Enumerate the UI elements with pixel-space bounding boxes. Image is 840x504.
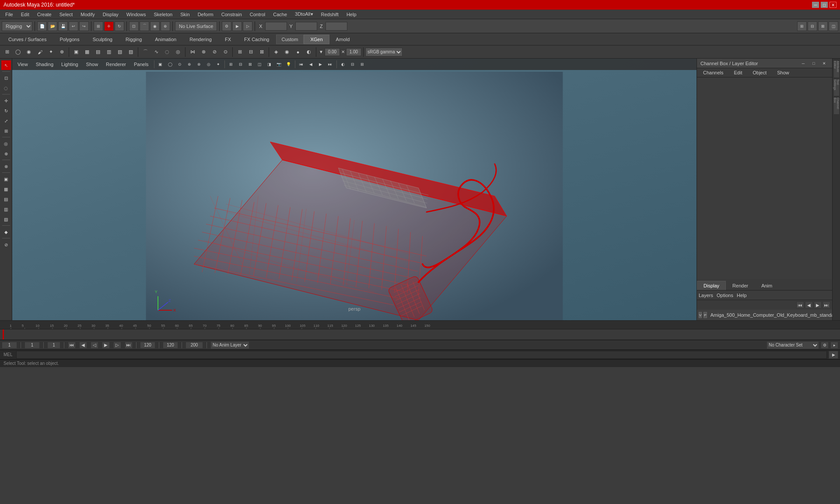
tab-polygons[interactable]: Polygons xyxy=(53,35,86,44)
tool-paint[interactable]: 🖌 xyxy=(35,47,45,57)
y-input[interactable] xyxy=(295,22,317,31)
move-tool-button[interactable]: ✛ xyxy=(1,96,11,105)
mel-input[interactable] xyxy=(16,351,827,359)
new-file-button[interactable]: 📄 xyxy=(37,21,47,31)
rotate-tool-button[interactable]: ↻ xyxy=(1,106,11,116)
menu-control[interactable]: Control xyxy=(246,11,269,18)
redo-button[interactable]: ↪ xyxy=(79,21,89,31)
current-frame-input[interactable] xyxy=(2,342,17,349)
close-button[interactable]: ✕ xyxy=(830,2,836,8)
tab-object[interactable]: Object xyxy=(748,69,771,76)
vp-tool1[interactable]: ▣ xyxy=(156,60,165,69)
menu-constrain[interactable]: Constrain xyxy=(218,11,245,18)
attribute-spread-button[interactable]: ▤ xyxy=(1,194,11,204)
tool-display-mode[interactable]: ⊞ xyxy=(2,47,12,57)
vp-menu-renderer[interactable]: Renderer xyxy=(102,61,130,68)
z-input[interactable] xyxy=(326,22,347,31)
tab-arnold[interactable]: Arnold xyxy=(329,35,357,44)
tool-edit[interactable]: ✦ xyxy=(46,47,56,57)
tab-channels[interactable]: Channels xyxy=(699,69,728,76)
lasso-select-button[interactable]: ⊡ xyxy=(1,73,11,83)
vp-menu-view[interactable]: View xyxy=(14,61,32,68)
layer-nav-first[interactable]: ⏮ xyxy=(796,301,804,308)
gamma-select[interactable]: sRGB gamma xyxy=(365,48,402,56)
play-fwd-btn[interactable]: ▶ xyxy=(102,342,110,349)
snap-curve-button[interactable]: ⌒ xyxy=(140,21,149,31)
vp-layout4[interactable]: ◫ xyxy=(256,60,264,69)
tool-curve2[interactable]: ∿ xyxy=(151,47,161,57)
vp-anim3[interactable]: ▶ xyxy=(316,60,325,69)
char-set-select[interactable]: No Character Set xyxy=(766,341,819,349)
vp-tool6[interactable]: ◎ xyxy=(204,60,213,69)
tool-settings-strip-btn[interactable]: Tool Settings xyxy=(833,79,840,96)
options-menu[interactable]: Options xyxy=(717,293,733,298)
layer-nav-next[interactable]: ▶ xyxy=(814,301,822,308)
cb-float-btn[interactable]: □ xyxy=(809,59,818,68)
snap-grid-button[interactable]: ⊡ xyxy=(129,21,139,31)
snap-point-button[interactable]: ⊕ xyxy=(161,21,170,31)
tool-joint1[interactable]: ⋈ xyxy=(187,47,198,57)
tab-rigging[interactable]: Rigging xyxy=(119,35,148,44)
tool-mode3[interactable]: ⊠ xyxy=(256,47,267,57)
anim-layer-select[interactable]: No Anim Layer xyxy=(210,341,249,349)
timeline-track[interactable] xyxy=(0,329,840,340)
menu-skin[interactable]: Skin xyxy=(177,11,193,18)
menu-windows[interactable]: Windows xyxy=(123,11,150,18)
menu-create[interactable]: Create xyxy=(34,11,55,18)
vp-focus[interactable]: ⊟ xyxy=(348,60,357,69)
vp-camera[interactable]: 📷 xyxy=(275,60,284,69)
vp-tool2[interactable]: ◯ xyxy=(166,60,175,69)
snap-surface-button[interactable]: ◉ xyxy=(150,21,160,31)
tab-animation[interactable]: Animation xyxy=(148,35,183,44)
layout-btn3[interactable]: ⊠ xyxy=(818,21,828,31)
menu-help[interactable]: Help xyxy=(343,11,360,18)
layout-btn1[interactable]: ⊞ xyxy=(797,21,807,31)
char-set-settings-btn[interactable]: ⚙ xyxy=(821,342,829,349)
vp-light[interactable]: 💡 xyxy=(284,60,293,69)
menu-file[interactable]: File xyxy=(2,11,17,18)
workspace-dropdown[interactable]: Rigging xyxy=(2,21,32,31)
mel-run-btn[interactable]: ▶ xyxy=(829,351,838,359)
vp-layout3[interactable]: ⊠ xyxy=(246,60,255,69)
value1-input[interactable] xyxy=(325,48,340,56)
range-end-input[interactable] xyxy=(163,342,178,349)
render-button[interactable]: ▶ xyxy=(232,21,242,31)
frame-step-input[interactable] xyxy=(47,342,60,349)
x-input[interactable] xyxy=(265,22,287,31)
vp-anim1[interactable]: ⏮ xyxy=(297,60,306,69)
rotate-button[interactable]: ↻ xyxy=(115,21,124,31)
layers-menu[interactable]: Layers xyxy=(699,293,713,298)
ipr-button[interactable]: ▷ xyxy=(243,21,252,31)
tool-curve1[interactable]: ⌒ xyxy=(140,47,150,57)
layer-display-button[interactable]: ▣ xyxy=(1,174,11,184)
start-frame-input[interactable] xyxy=(24,342,40,349)
select-button[interactable]: ⊞ xyxy=(94,21,103,31)
tool-sel6[interactable]: ▨ xyxy=(126,47,136,57)
layer-playback[interactable]: P xyxy=(704,312,707,318)
snap-settings-button[interactable]: ⊗ xyxy=(1,161,11,171)
vp-tool4[interactable]: ⊕ xyxy=(185,60,194,69)
vp-tool7[interactable]: ✦ xyxy=(214,60,223,69)
scale-tool-button[interactable]: ⤢ xyxy=(1,116,11,126)
vp-anim4[interactable]: ⏭ xyxy=(326,60,335,69)
play-back-btn[interactable]: ◁ xyxy=(91,342,98,349)
tab-xgen[interactable]: XGen xyxy=(304,35,329,44)
layer-nav-prev[interactable]: ◀ xyxy=(805,301,813,308)
cb-minimize-btn[interactable]: ─ xyxy=(799,59,808,68)
vp-more[interactable]: ⊞ xyxy=(358,60,367,69)
vp-layout1[interactable]: ⊞ xyxy=(227,60,235,69)
tab-fx-caching[interactable]: FX Caching xyxy=(238,35,276,44)
vp-menu-panels[interactable]: Panels xyxy=(130,61,152,68)
layout-btn2[interactable]: ⊟ xyxy=(808,21,817,31)
tool-joint2[interactable]: ⊗ xyxy=(198,47,209,57)
undo-button[interactable]: ↩ xyxy=(69,21,78,31)
max-range-input[interactable] xyxy=(186,342,203,349)
bottom-ltb-btn[interactable]: ⊘ xyxy=(1,240,11,249)
step-back-btn[interactable]: ◀ xyxy=(79,342,87,349)
char-set-more-btn[interactable]: ▸ xyxy=(830,342,838,349)
layer-nav-last[interactable]: ⏭ xyxy=(822,301,830,308)
tab-edit[interactable]: Edit xyxy=(729,69,746,76)
blend-shape-button[interactable]: ▧ xyxy=(1,214,11,224)
tool-a3[interactable]: ● xyxy=(293,47,303,57)
cb-close-btn[interactable]: ✕ xyxy=(820,59,829,68)
